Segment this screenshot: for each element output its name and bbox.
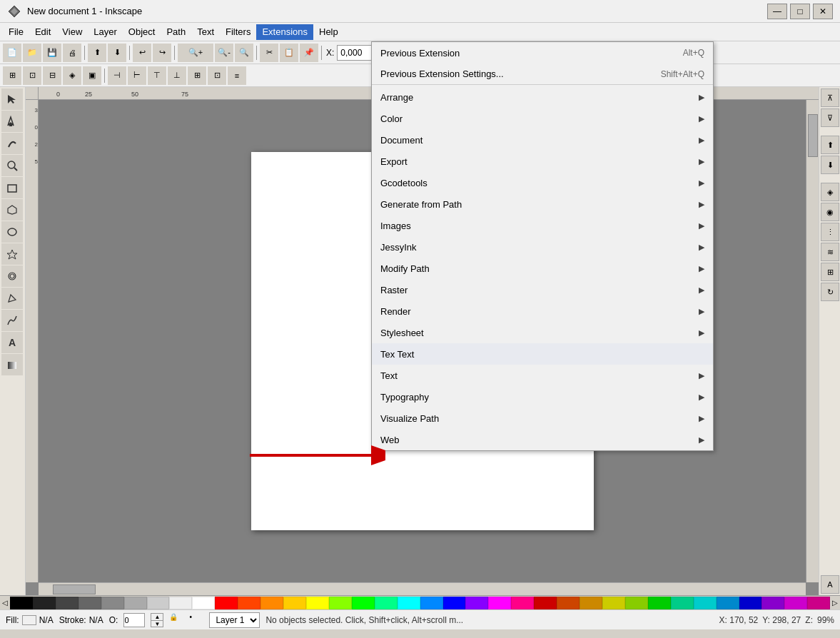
align-btn7[interactable]: ≡: [228, 66, 246, 85]
node-tool[interactable]: [1, 111, 23, 132]
snap-btn4[interactable]: ◈: [63, 66, 81, 85]
select-tool[interactable]: [1, 88, 23, 110]
right-btn-9[interactable]: ⊞: [821, 263, 839, 281]
palette-color-swatch[interactable]: [101, 597, 124, 609]
menu-document[interactable]: Document ▶: [372, 129, 713, 151]
lock-icon[interactable]: 🔒: [169, 613, 183, 627]
star-tool[interactable]: [1, 243, 23, 265]
menu-images[interactable]: Images ▶: [372, 215, 713, 236]
palette-color-swatch[interactable]: [329, 597, 352, 609]
palette-color-swatch[interactable]: [602, 597, 625, 609]
pencil-tool[interactable]: [1, 288, 23, 309]
gradient-tool[interactable]: [1, 354, 23, 375]
right-btn-8[interactable]: ≋: [821, 243, 839, 261]
palette-color-swatch[interactable]: [215, 597, 238, 609]
new-button[interactable]: 📄: [3, 44, 21, 62]
menu-text[interactable]: Text ▶: [372, 365, 713, 386]
palette-color-swatch[interactable]: [625, 597, 648, 609]
zoom-tool[interactable]: [1, 155, 23, 176]
snap-btn1[interactable]: ⊞: [3, 66, 21, 85]
minimize-button[interactable]: —: [767, 4, 787, 19]
palette-color-swatch[interactable]: [352, 597, 375, 609]
menu-filters[interactable]: Filters: [220, 24, 256, 40]
opacity-input[interactable]: [123, 613, 145, 627]
redo-button[interactable]: ↪: [153, 44, 171, 62]
palette-color-swatch[interactable]: [420, 597, 443, 609]
palette-color-swatch[interactable]: [398, 597, 420, 609]
palette-color-swatch[interactable]: [238, 597, 260, 609]
menu-previous-extension[interactable]: Previous Extension Alt+Q: [372, 42, 713, 64]
palette-scroll-right[interactable]: ▷: [830, 596, 840, 610]
palette-color-swatch[interactable]: [192, 597, 215, 609]
paste-button[interactable]: 📌: [300, 44, 318, 62]
menu-previous-extension-settings[interactable]: Previous Extension Settings... Shift+Alt…: [372, 64, 713, 85]
box3d-tool[interactable]: [1, 199, 23, 221]
menu-extensions[interactable]: Extensions: [256, 24, 313, 40]
palette-color-swatch[interactable]: [56, 597, 79, 609]
right-btn-7[interactable]: ⋮: [821, 223, 839, 241]
palette-color-swatch[interactable]: [488, 597, 511, 609]
menu-file[interactable]: File: [3, 24, 29, 40]
text-tool[interactable]: A: [1, 332, 23, 353]
align-btn6[interactable]: ⊡: [208, 66, 226, 85]
palette-color-swatch[interactable]: [283, 597, 306, 609]
open-button[interactable]: 📁: [23, 44, 41, 62]
menu-arrange[interactable]: Arrange ▶: [372, 86, 713, 108]
menu-typography[interactable]: Typography ▶: [372, 386, 713, 407]
align-btn2[interactable]: ⊢: [128, 66, 146, 85]
align-btn5[interactable]: ⊞: [188, 66, 206, 85]
snap-btn3[interactable]: ⊟: [43, 66, 61, 85]
scroll-thumb-h[interactable]: [53, 584, 96, 594]
palette-color-swatch[interactable]: [648, 597, 671, 609]
right-btn-bottom[interactable]: A: [821, 575, 839, 594]
right-btn-5[interactable]: ◈: [821, 183, 839, 201]
palette-color-swatch[interactable]: [169, 597, 192, 609]
import-button[interactable]: ⬆: [88, 44, 106, 62]
scrollbar-horizontal[interactable]: [39, 582, 806, 595]
right-btn-1[interactable]: ⊼: [821, 88, 839, 107]
menu-visualize-path[interactable]: Visualize Path ▶: [372, 407, 713, 429]
snap-btn2[interactable]: ⊡: [23, 66, 41, 85]
menu-raster[interactable]: Raster ▶: [372, 279, 713, 300]
palette-color-swatch[interactable]: [807, 597, 830, 609]
ellipse-tool[interactable]: [1, 221, 23, 243]
palette-color-swatch[interactable]: [717, 597, 739, 609]
menu-text[interactable]: Text: [191, 24, 220, 40]
menu-layer[interactable]: Layer: [88, 24, 123, 40]
right-btn-3[interactable]: ⬆: [821, 136, 839, 154]
menu-help[interactable]: Help: [313, 24, 344, 40]
scrollbar-vertical[interactable]: [806, 100, 819, 582]
palette-color-swatch[interactable]: [306, 597, 329, 609]
opacity-spinner[interactable]: ▲ ▼: [151, 613, 163, 627]
palette-color-swatch[interactable]: [124, 597, 147, 609]
palette-color-swatch[interactable]: [511, 597, 534, 609]
palette-color-swatch[interactable]: [260, 597, 283, 609]
right-btn-6[interactable]: ◉: [821, 203, 839, 221]
undo-button[interactable]: ↩: [133, 44, 151, 62]
tweak-tool[interactable]: [1, 133, 23, 154]
palette-color-swatch[interactable]: [10, 597, 33, 609]
copy-button[interactable]: 📋: [280, 44, 298, 62]
menu-view[interactable]: View: [56, 24, 88, 40]
menu-gcodetools[interactable]: Gcodetools ▶: [372, 172, 713, 193]
menu-color[interactable]: Color ▶: [372, 108, 713, 129]
menu-render[interactable]: Render ▶: [372, 300, 713, 322]
palette-color-swatch[interactable]: [465, 597, 488, 609]
palette-color-swatch[interactable]: [79, 597, 101, 609]
spiral-tool[interactable]: [1, 265, 23, 287]
palette-color-swatch[interactable]: [580, 597, 602, 609]
palette-color-swatch[interactable]: [443, 597, 466, 609]
palette-color-swatch[interactable]: [671, 597, 694, 609]
maximize-button[interactable]: □: [790, 4, 810, 19]
calligraphy-tool[interactable]: [1, 310, 23, 331]
align-btn1[interactable]: ⊣: [108, 66, 126, 85]
menu-path[interactable]: Path: [161, 24, 191, 40]
right-btn-2[interactable]: ⊽: [821, 108, 839, 127]
print-button[interactable]: 🖨: [63, 44, 81, 62]
palette-color-swatch[interactable]: [33, 597, 56, 609]
export-button[interactable]: ⬇: [108, 44, 126, 62]
menu-stylesheet[interactable]: Stylesheet ▶: [372, 322, 713, 343]
palette-color-swatch[interactable]: [784, 597, 807, 609]
menu-tex-text[interactable]: Tex Text: [372, 343, 713, 365]
menu-web[interactable]: Web ▶: [372, 429, 713, 450]
